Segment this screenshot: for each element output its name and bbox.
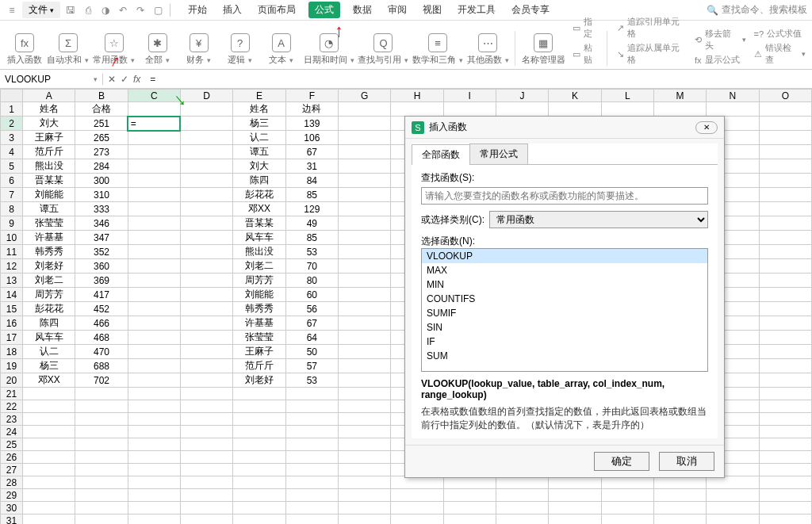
- cell[interactable]: 谭五: [233, 145, 285, 159]
- cell[interactable]: [338, 438, 390, 451]
- cell[interactable]: [338, 502, 390, 514]
- row-header[interactable]: 9: [1, 216, 23, 231]
- cell[interactable]: 369: [75, 273, 128, 288]
- cell[interactable]: [180, 502, 232, 514]
- cell[interactable]: [180, 231, 232, 245]
- col-header[interactable]: F: [285, 90, 338, 102]
- cell[interactable]: [759, 451, 811, 464]
- cell[interactable]: [180, 288, 232, 302]
- cell[interactable]: [759, 345, 811, 359]
- cell[interactable]: 王麻子: [233, 345, 285, 359]
- cell[interactable]: [180, 388, 232, 400]
- cell[interactable]: [75, 400, 128, 413]
- cell[interactable]: 王麻子: [23, 131, 75, 145]
- cell[interactable]: [180, 117, 232, 131]
- cell[interactable]: [180, 514, 232, 525]
- cell[interactable]: [285, 476, 338, 489]
- menu-tab-6[interactable]: 视图: [419, 2, 445, 18]
- row-header[interactable]: 10: [1, 231, 23, 245]
- cell[interactable]: 284: [75, 159, 128, 174]
- cell[interactable]: [75, 502, 128, 514]
- col-header[interactable]: B: [75, 90, 128, 102]
- cell[interactable]: 刘大: [23, 117, 75, 131]
- cell[interactable]: [285, 400, 338, 413]
- cell[interactable]: 彭花花: [23, 302, 75, 316]
- cell[interactable]: 邓XX: [23, 373, 75, 388]
- cell[interactable]: [285, 413, 338, 426]
- cell[interactable]: [128, 331, 180, 345]
- cell[interactable]: [759, 400, 811, 413]
- cell[interactable]: [180, 489, 232, 502]
- cell[interactable]: 刘能能: [233, 288, 285, 302]
- cell[interactable]: 64: [285, 331, 338, 345]
- cell[interactable]: [549, 102, 601, 117]
- cell[interactable]: [338, 359, 390, 373]
- cell[interactable]: 合格: [75, 102, 128, 117]
- row-header[interactable]: 26: [1, 451, 23, 464]
- cell[interactable]: 31: [285, 159, 338, 174]
- cell[interactable]: 范斤斤: [233, 359, 285, 373]
- col-header[interactable]: J: [496, 90, 548, 102]
- cell[interactable]: [759, 388, 811, 400]
- cell[interactable]: 688: [75, 359, 128, 373]
- cell[interactable]: 452: [75, 302, 128, 316]
- cell[interactable]: [338, 388, 390, 400]
- financial-button[interactable]: ¥财务: [181, 23, 217, 66]
- cell[interactable]: [128, 476, 180, 489]
- menu-tab-5[interactable]: 审阅: [385, 2, 410, 18]
- cell[interactable]: [23, 476, 75, 489]
- cell[interactable]: [180, 413, 232, 426]
- cell[interactable]: [128, 345, 180, 359]
- cell[interactable]: [601, 502, 653, 514]
- row-header[interactable]: 20: [1, 373, 23, 388]
- cell[interactable]: 韩秀秀: [233, 302, 285, 316]
- cell[interactable]: 风车车: [23, 331, 75, 345]
- cell[interactable]: [23, 413, 75, 426]
- cell[interactable]: [601, 476, 653, 489]
- cell[interactable]: 470: [75, 345, 128, 359]
- cell[interactable]: 84: [285, 174, 338, 188]
- logic-button[interactable]: ?逻辑: [222, 23, 259, 66]
- cell[interactable]: [338, 316, 390, 331]
- function-list-item[interactable]: SIN: [422, 320, 707, 335]
- cell[interactable]: [128, 273, 180, 288]
- cell[interactable]: 熊出没: [233, 245, 285, 259]
- cell[interactable]: [75, 514, 128, 525]
- cell[interactable]: [759, 259, 811, 273]
- cell[interactable]: [180, 131, 232, 145]
- cell[interactable]: [233, 438, 285, 451]
- remove-arrows-button[interactable]: ⟲移去箭头 ▾: [695, 28, 746, 52]
- cell[interactable]: [549, 514, 601, 525]
- cell[interactable]: [759, 216, 811, 231]
- cell[interactable]: [285, 464, 338, 476]
- cell[interactable]: [128, 502, 180, 514]
- cell[interactable]: 251: [75, 117, 128, 131]
- trace-dependent-button[interactable]: ↘追踪从属单元格: [617, 42, 687, 66]
- cell[interactable]: [180, 159, 232, 174]
- cell[interactable]: 刘老二: [23, 273, 75, 288]
- cell[interactable]: [391, 476, 443, 489]
- cell[interactable]: [391, 514, 443, 525]
- cell[interactable]: [338, 231, 390, 245]
- cell[interactable]: [285, 426, 338, 438]
- cell[interactable]: 姓名: [233, 102, 285, 117]
- cell[interactable]: 许基基: [233, 316, 285, 331]
- error-check-button[interactable]: ⚠错误检查 ▾: [754, 42, 806, 66]
- text-button[interactable]: A文本: [263, 23, 300, 66]
- cell[interactable]: [759, 245, 811, 259]
- tab-common-formulas[interactable]: 常用公式: [469, 143, 528, 164]
- cell[interactable]: [707, 502, 759, 514]
- cell[interactable]: [23, 451, 75, 464]
- cell[interactable]: [759, 174, 811, 188]
- cell[interactable]: [75, 388, 128, 400]
- col-header[interactable]: E: [233, 90, 285, 102]
- cell[interactable]: [338, 476, 390, 489]
- cell[interactable]: [128, 231, 180, 245]
- cell[interactable]: [338, 489, 390, 502]
- row-header[interactable]: 12: [1, 259, 23, 273]
- cell[interactable]: [128, 216, 180, 231]
- cell[interactable]: [759, 102, 811, 117]
- print-icon[interactable]: ⎙: [81, 3, 95, 17]
- menu-tab-4[interactable]: 数据: [350, 2, 375, 18]
- cell[interactable]: [549, 476, 601, 489]
